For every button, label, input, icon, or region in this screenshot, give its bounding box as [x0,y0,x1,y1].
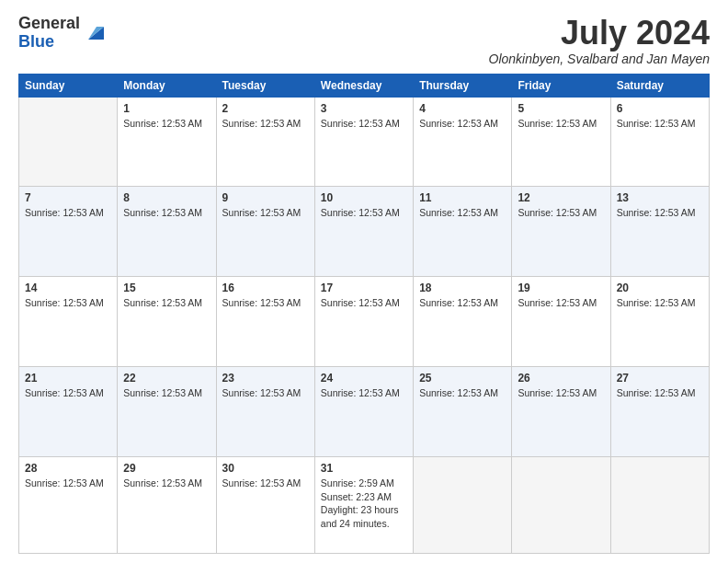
day-info: Sunrise: 12:53 AM [518,296,604,310]
calendar-cell: 26Sunrise: 12:53 AM [512,367,610,457]
day-number: 1 [123,102,210,115]
calendar-cell: 5Sunrise: 12:53 AM [512,97,610,187]
calendar-cell: 18Sunrise: 12:53 AM [414,277,512,367]
day-number: 26 [518,372,604,385]
day-info: Sunrise: 12:53 AM [321,386,407,400]
calendar-cell: 4Sunrise: 12:53 AM [414,97,512,187]
calendar-week-row: 21Sunrise: 12:53 AM22Sunrise: 12:53 AM23… [19,367,710,457]
day-number: 25 [419,372,506,385]
calendar-cell: 12Sunrise: 12:53 AM [512,187,610,277]
page-header: General Blue July 2024 Olonkinbyen, Sval… [18,15,710,66]
day-number: 20 [617,282,703,294]
weekday-header-monday: Monday [118,74,216,97]
weekday-header-sunday: Sunday [19,74,118,97]
weekday-header-row: SundayMondayTuesdayWednesdayThursdayFrid… [19,74,710,97]
day-info: Sunrise: 2:59 AM Sunset: 2:23 AM Dayligh… [321,477,407,531]
weekday-header-wednesday: Wednesday [314,74,413,97]
day-info: Sunrise: 12:53 AM [123,477,210,490]
calendar-table: SundayMondayTuesdayWednesdayThursdayFrid… [18,74,710,554]
day-number: 31 [321,462,407,475]
calendar-cell: 21Sunrise: 12:53 AM [19,367,118,457]
day-number: 6 [617,102,703,115]
day-info: Sunrise: 12:53 AM [222,386,309,400]
day-number: 3 [321,102,407,115]
day-number: 29 [123,462,210,475]
day-info: Sunrise: 12:53 AM [518,206,604,220]
calendar-cell: 2Sunrise: 12:53 AM [216,97,314,187]
day-number: 24 [321,372,407,385]
calendar-header: SundayMondayTuesdayWednesdayThursdayFrid… [19,74,710,97]
calendar-cell: 10Sunrise: 12:53 AM [314,187,413,277]
calendar-cell: 9Sunrise: 12:53 AM [216,187,314,277]
calendar-body: 1Sunrise: 12:53 AM2Sunrise: 12:53 AM3Sun… [19,97,710,553]
calendar-cell: 23Sunrise: 12:53 AM [216,367,314,457]
day-number: 18 [419,282,506,294]
calendar-week-row: 14Sunrise: 12:53 AM15Sunrise: 12:53 AM16… [19,277,710,367]
calendar-cell: 30Sunrise: 12:53 AM [216,457,314,554]
calendar-cell: 7Sunrise: 12:53 AM [19,187,118,277]
logo-icon [84,23,104,43]
header-right: July 2024 Olonkinbyen, Svalbard and Jan … [489,15,710,66]
calendar-cell: 14Sunrise: 12:53 AM [19,277,118,367]
day-info: Sunrise: 12:53 AM [123,296,210,310]
day-number: 7 [25,191,111,204]
calendar-cell: 3Sunrise: 12:53 AM [314,97,413,187]
calendar-cell: 20Sunrise: 12:53 AM [610,277,709,367]
day-info: Sunrise: 12:53 AM [123,117,210,131]
weekday-header-thursday: Thursday [414,74,512,97]
day-info: Sunrise: 12:53 AM [617,296,703,310]
calendar-week-row: 7Sunrise: 12:53 AM8Sunrise: 12:53 AM9Sun… [19,187,710,277]
calendar-page: General Blue July 2024 Olonkinbyen, Sval… [0,0,728,563]
weekday-header-friday: Friday [512,74,610,97]
calendar-cell: 31Sunrise: 2:59 AM Sunset: 2:23 AM Dayli… [314,457,413,554]
calendar-cell: 29Sunrise: 12:53 AM [118,457,216,554]
calendar-cell: 28Sunrise: 12:53 AM [19,457,118,554]
day-number: 2 [222,102,309,115]
calendar-cell: 27Sunrise: 12:53 AM [610,367,709,457]
day-info: Sunrise: 12:53 AM [25,206,111,220]
calendar-cell: 19Sunrise: 12:53 AM [512,277,610,367]
calendar-cell: 25Sunrise: 12:53 AM [414,367,512,457]
calendar-cell: 22Sunrise: 12:53 AM [118,367,216,457]
day-info: Sunrise: 12:53 AM [25,296,111,310]
location: Olonkinbyen, Svalbard and Jan Mayen [489,52,710,66]
day-info: Sunrise: 12:53 AM [321,296,407,310]
calendar-cell [414,457,512,554]
calendar-cell: 6Sunrise: 12:53 AM [610,97,709,187]
day-info: Sunrise: 12:53 AM [617,117,703,131]
day-number: 15 [123,282,210,294]
logo-text: General Blue [18,15,80,52]
calendar-cell: 15Sunrise: 12:53 AM [118,277,216,367]
calendar-cell: 24Sunrise: 12:53 AM [314,367,413,457]
day-number: 5 [518,102,604,115]
day-number: 12 [518,191,604,204]
calendar-week-row: 1Sunrise: 12:53 AM2Sunrise: 12:53 AM3Sun… [19,97,710,187]
weekday-header-saturday: Saturday [610,74,709,97]
calendar-cell: 13Sunrise: 12:53 AM [610,187,709,277]
day-number: 21 [25,372,111,385]
day-number: 22 [123,372,210,385]
calendar-week-row: 28Sunrise: 12:53 AM29Sunrise: 12:53 AM30… [19,457,710,554]
day-number: 27 [617,372,703,385]
calendar-cell: 11Sunrise: 12:53 AM [414,187,512,277]
day-number: 10 [321,191,407,204]
day-info: Sunrise: 12:53 AM [25,477,111,490]
day-info: Sunrise: 12:53 AM [419,206,506,220]
calendar-cell: 16Sunrise: 12:53 AM [216,277,314,367]
day-info: Sunrise: 12:53 AM [518,117,604,131]
day-number: 4 [419,102,506,115]
calendar-cell: 8Sunrise: 12:53 AM [118,187,216,277]
day-info: Sunrise: 12:53 AM [419,296,506,310]
day-info: Sunrise: 12:53 AM [123,206,210,220]
day-info: Sunrise: 12:53 AM [222,206,309,220]
day-info: Sunrise: 12:53 AM [123,386,210,400]
calendar-cell [610,457,709,554]
day-info: Sunrise: 12:53 AM [321,206,407,220]
day-number: 28 [25,462,111,475]
day-number: 8 [123,191,210,204]
day-info: Sunrise: 12:53 AM [321,117,407,131]
day-number: 13 [617,191,703,204]
day-info: Sunrise: 12:53 AM [419,386,506,400]
day-info: Sunrise: 12:53 AM [25,386,111,400]
calendar-cell [19,97,118,187]
